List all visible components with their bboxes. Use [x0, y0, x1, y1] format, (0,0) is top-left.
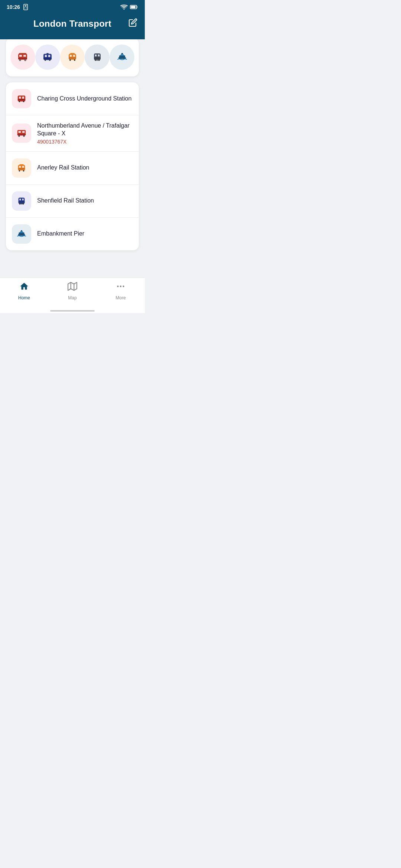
svg-point-30: [74, 59, 75, 61]
svg-point-24: [47, 56, 48, 57]
stop-icon-overground: [12, 158, 31, 178]
svg-rect-54: [18, 165, 25, 170]
status-bar: 10:26: [0, 0, 145, 13]
svg-point-13: [20, 60, 20, 60]
svg-point-15: [25, 60, 26, 60]
svg-point-59: [23, 170, 25, 171]
svg-rect-16: [22, 58, 23, 59]
stop-item-charing-cross[interactable]: Charing Cross Underground Station: [6, 82, 139, 115]
svg-point-22: [49, 59, 50, 61]
svg-point-21: [45, 59, 46, 61]
svg-rect-27: [73, 55, 75, 57]
map-icon: [68, 282, 77, 294]
svg-point-53: [23, 135, 25, 137]
svg-rect-67: [20, 204, 23, 204]
nav-map-button[interactable]: Map: [58, 282, 87, 300]
filter-tube-button[interactable]: [35, 45, 60, 70]
svg-rect-9: [19, 55, 22, 57]
svg-point-65: [19, 203, 20, 204]
svg-rect-51: [17, 134, 26, 135]
svg-point-74: [117, 286, 118, 287]
svg-rect-63: [22, 198, 24, 200]
app-header: London Transport: [0, 13, 145, 39]
stop-name-embankment: Embankment Pier: [37, 230, 133, 238]
stop-info-northumberland: Northumberland Avenue / Trafalgar Square…: [37, 122, 133, 145]
more-icon: [116, 282, 125, 294]
svg-rect-1: [25, 6, 27, 7]
svg-rect-19: [48, 55, 50, 57]
stop-icon-rail: [12, 191, 31, 211]
svg-rect-64: [19, 201, 25, 203]
svg-rect-41: [121, 54, 124, 56]
svg-rect-28: [69, 57, 76, 59]
nav-more-button[interactable]: More: [106, 282, 136, 300]
filter-overground-button[interactable]: [60, 45, 85, 70]
map-label: Map: [68, 295, 76, 300]
transport-filter-row: [6, 38, 139, 76]
svg-rect-44: [22, 96, 24, 99]
filter-ferry-button[interactable]: [110, 45, 134, 70]
svg-rect-20: [43, 57, 52, 59]
header-title: London Transport: [33, 19, 111, 29]
svg-rect-62: [19, 198, 21, 200]
time-display: 10:26: [7, 4, 20, 10]
svg-rect-35: [94, 57, 101, 59]
filter-rail-button[interactable]: [85, 45, 110, 70]
svg-rect-18: [45, 55, 47, 57]
svg-rect-43: [19, 96, 21, 99]
stop-item-shenfield[interactable]: Shenfield Rail Station: [6, 185, 139, 218]
svg-point-58: [19, 170, 20, 171]
stop-icon-ferry: [12, 224, 31, 244]
stop-name-anerley: Anerley Rail Station: [37, 164, 133, 172]
svg-rect-6: [131, 6, 136, 8]
main-content: Charing Cross Underground Station Northu…: [0, 34, 145, 267]
stop-info: Charing Cross Underground Station: [37, 95, 133, 103]
home-label: Home: [18, 295, 30, 300]
svg-point-29: [69, 59, 71, 61]
svg-rect-42: [18, 96, 26, 102]
bottom-navigation: Home Map More: [0, 277, 145, 308]
stop-name-shenfield: Shenfield Rail Station: [37, 197, 133, 205]
battery-icon: [130, 4, 138, 10]
svg-rect-8: [19, 53, 26, 54]
svg-rect-0: [24, 4, 28, 10]
svg-rect-57: [18, 168, 25, 170]
stop-info-shenfield: Shenfield Rail Station: [37, 197, 133, 205]
svg-point-2: [24, 7, 25, 8]
svg-point-52: [18, 135, 20, 137]
stop-item-embankment[interactable]: Embankment Pier: [6, 218, 139, 250]
svg-point-36: [95, 59, 96, 61]
svg-rect-61: [19, 197, 25, 204]
svg-rect-23: [46, 53, 49, 54]
nav-home-button[interactable]: Home: [9, 282, 39, 300]
svg-point-66: [23, 203, 24, 204]
svg-rect-34: [98, 55, 100, 56]
home-indicator: [50, 310, 95, 312]
svg-rect-26: [70, 55, 72, 57]
svg-rect-31: [70, 53, 75, 54]
svg-rect-33: [95, 55, 97, 56]
svg-point-37: [98, 59, 100, 61]
svg-rect-45: [18, 99, 26, 101]
stop-item-anerley[interactable]: Anerley Rail Station: [6, 152, 139, 185]
svg-marker-71: [68, 282, 77, 290]
wifi-icon: [120, 4, 128, 10]
stop-icon-bus: [12, 124, 31, 143]
edit-button[interactable]: [128, 18, 137, 29]
filter-bus-button[interactable]: [10, 45, 35, 70]
stop-icon-tube: [12, 89, 31, 108]
stop-item-northumberland[interactable]: Northumberland Avenue / Trafalgar Square…: [6, 115, 139, 152]
stop-info-embankment: Embankment Pier: [37, 230, 133, 238]
stop-info-anerley: Anerley Rail Station: [37, 164, 133, 172]
svg-point-47: [23, 101, 25, 102]
status-right: [120, 4, 138, 10]
stop-name: Charing Cross Underground Station: [37, 95, 133, 103]
svg-rect-55: [19, 166, 21, 168]
status-left: 10:26: [7, 4, 29, 10]
svg-rect-70: [20, 231, 23, 233]
svg-point-4: [124, 9, 125, 10]
stop-name-northumberland: Northumberland Avenue / Trafalgar Square…: [37, 122, 133, 138]
svg-point-75: [120, 286, 121, 287]
svg-rect-10: [23, 55, 26, 57]
svg-point-46: [19, 101, 20, 102]
